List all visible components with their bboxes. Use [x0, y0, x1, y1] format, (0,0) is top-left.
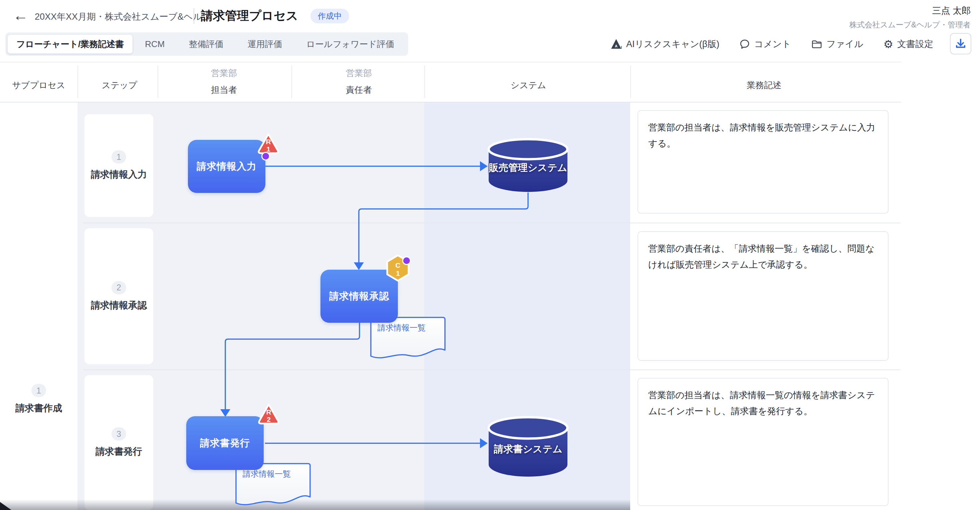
column-header-tantosha: 担当者	[211, 84, 237, 96]
column-header-description: 業務記述	[747, 79, 781, 91]
risk-badge-r2[interactable]: R 2	[256, 402, 282, 426]
svg-text:1: 1	[396, 269, 400, 277]
step-label: 請求情報入力	[91, 168, 147, 181]
user-menu[interactable]: 三点 太郎 株式会社スムーブ&ヘルプ・管理者	[849, 5, 970, 30]
comment-icon	[739, 39, 750, 49]
svg-text:A: A	[615, 44, 617, 48]
svg-text:C: C	[395, 261, 400, 269]
column-border	[630, 65, 631, 98]
description-card-2[interactable]: 営業部の責任者は、「請求情報一覧」を確認し、問題なければ販売管理システム上で承認…	[638, 231, 889, 361]
step-card-2[interactable]: 2 請求情報承認	[84, 228, 153, 364]
breadcrumb-separator	[194, 8, 194, 24]
step-number: 1	[111, 150, 126, 164]
files-button[interactable]: ファイル	[811, 38, 864, 50]
description-card-1[interactable]: 営業部の担当者は、請求情報を販売管理システムに入力する。	[638, 110, 889, 214]
column-border	[424, 65, 425, 98]
tab-rollforward-hyoka[interactable]: ロールフォワード評価	[294, 34, 407, 54]
step-label: 請求書発行	[95, 445, 142, 458]
column-header-dept2: 営業部	[346, 67, 372, 79]
system-node-hanbai-kanri[interactable]	[487, 138, 569, 194]
column-header-step: ステップ	[102, 79, 137, 91]
page-title: 請求管理プロセス	[201, 8, 298, 24]
tab-flowchart[interactable]: フローチャート/業務記述書	[7, 34, 133, 54]
tab-unyo-hyoka[interactable]: 運用評価	[235, 34, 294, 54]
column-border	[78, 65, 78, 98]
row-divider	[83, 370, 900, 370]
column-border	[291, 65, 292, 98]
step-number: 3	[111, 427, 126, 440]
step-label: 請求情報承認	[91, 299, 147, 312]
step-card-3[interactable]: 3 請求書発行	[84, 375, 153, 510]
folder-icon	[811, 39, 822, 49]
description-card-3[interactable]: 営業部の担当者は、請求情報一覧の情報を請求書システムにインポートし、請求書を発行…	[638, 378, 889, 506]
view-tabbar: フローチャート/業務記述書 RCM 整備評価 運用評価 ロールフォワード評価	[5, 32, 408, 56]
ai-risk-scan-button[interactable]: AI A AIリスクスキャン(β版)	[610, 38, 719, 50]
column-header-system: システム	[511, 79, 546, 91]
status-badge: 作成中	[310, 9, 349, 23]
tab-seibi-hyoka[interactable]: 整備評価	[177, 34, 235, 54]
svg-text:1: 1	[266, 145, 270, 153]
svg-text:2: 2	[267, 416, 271, 423]
document-node-1[interactable]	[369, 316, 446, 364]
gear-icon: ⚙	[883, 39, 893, 50]
ai-scan-icon: AI A	[610, 38, 622, 50]
canvas-bottom-shadow	[0, 499, 630, 510]
column-header-subprocess: サブプロセス	[12, 79, 65, 91]
risk-badge-r1[interactable]: R 1	[255, 132, 282, 156]
step-card-1[interactable]: 1 請求情報入力	[84, 114, 153, 217]
step-number: 2	[111, 281, 126, 294]
download-button[interactable]	[950, 33, 971, 54]
user-name: 三点 太郎	[849, 5, 970, 17]
svg-text:R: R	[266, 138, 271, 146]
column-border	[158, 65, 158, 98]
breadcrumb[interactable]: 20XX年XX月期・株式会社スムーブ&ヘルプ	[35, 11, 211, 23]
comment-button[interactable]: コメント	[739, 38, 791, 50]
svg-text:AI: AI	[618, 45, 622, 49]
subprocess-label: 請求書作成	[15, 402, 62, 415]
download-icon	[955, 38, 967, 50]
document-settings-button[interactable]: ⚙ 文書設定	[883, 38, 933, 50]
corner-wedge	[0, 502, 11, 510]
back-button[interactable]: ←	[11, 6, 30, 25]
column-header-dept1: 営業部	[211, 67, 237, 79]
app-window: ← 20XX年XX月期・株式会社スムーブ&ヘルプ 請求管理プロセス 作成中 三点…	[0, 0, 980, 510]
back-arrow-icon: ←	[13, 6, 29, 24]
comment-marker-dot[interactable]	[261, 152, 270, 160]
tab-rcm[interactable]: RCM	[133, 34, 177, 54]
user-role: 株式会社スムーブ&ヘルプ・管理者	[849, 20, 970, 30]
comment-marker-dot[interactable]	[402, 256, 411, 265]
subprocess-number: 1	[31, 384, 46, 397]
process-box-seikyusho-hakko[interactable]: 請求書発行	[186, 416, 264, 470]
subprocess-cell[interactable]: 1 請求書作成	[0, 384, 78, 415]
svg-text:R: R	[266, 408, 271, 416]
row-divider	[83, 222, 900, 223]
column-header-sekininsha: 責任者	[346, 84, 372, 96]
process-box-seikyu-joho-nyuryoku[interactable]: 請求情報入力	[188, 140, 266, 193]
system-node-seikyusho[interactable]	[487, 416, 569, 479]
toolbar: AI A AIリスクスキャン(β版) コメント ファイル ⚙ 文書設定	[610, 32, 933, 56]
tabbar-bottom-border	[0, 62, 901, 62]
